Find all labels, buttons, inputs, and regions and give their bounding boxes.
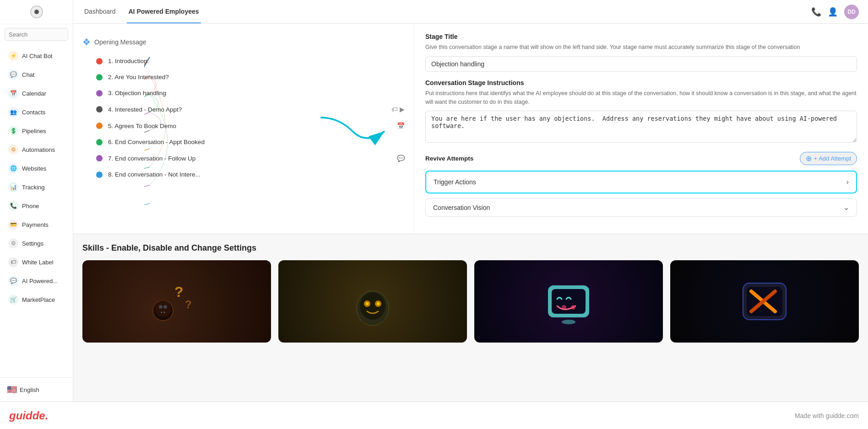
skill-illustration-1: ? ?: [145, 265, 209, 338]
skills-title: Skills - Enable, Disable and Change Sett…: [82, 243, 859, 253]
skill-illustration-3: [539, 265, 598, 338]
record-button[interactable]: [30, 5, 43, 18]
sidebar-item-ai-powered[interactable]: 💬 AI Powered...: [3, 272, 70, 290]
skill-card-3-content: [474, 260, 663, 343]
node-dot-7: [96, 155, 103, 161]
tab-dashboard[interactable]: Dashboard: [82, 0, 118, 23]
automations-icon: ⚙: [8, 145, 18, 155]
node-icons-7: 💬: [397, 155, 405, 162]
avatar: DD: [844, 5, 859, 19]
skills-section: Skills - Enable, Disable and Change Sett…: [73, 234, 868, 402]
flow-node-1[interactable]: 1. Introduction.: [96, 53, 405, 69]
flow-node-5[interactable]: 5. Agrees To Book Demo 📅: [96, 118, 405, 134]
sidebar-item-ai-chat-bot[interactable]: ⚡ AI Chat Bot: [3, 47, 70, 65]
conversation-vision-chevron-icon: ⌄: [843, 203, 849, 212]
sidebar-item-tracking[interactable]: 📊 Tracking: [3, 178, 70, 196]
skills-grid: ? ?: [82, 260, 859, 343]
skill-card-2[interactable]: [278, 260, 467, 343]
add-attempt-label: + Add Attempt: [814, 155, 851, 162]
svg-point-19: [562, 320, 575, 324]
svg-point-10: [360, 292, 385, 320]
flow-node-3[interactable]: 3. Objection handling: [96, 85, 405, 101]
svg-point-17: [562, 305, 566, 310]
sidebar-item-label: Phone: [22, 203, 39, 209]
tab-ai-powered-employees[interactable]: AI Powered Employees: [127, 0, 201, 23]
flow-node-8[interactable]: 8. End conversation - Not Intere...: [96, 166, 405, 182]
flow-node-6[interactable]: 6. End Conversation - Appt Booked: [96, 134, 405, 150]
sidebar-item-label: AI Powered...: [22, 278, 58, 284]
node-dot-1: [96, 58, 103, 64]
payments-icon: 💳: [8, 220, 18, 230]
sidebar-item-pipelines[interactable]: 💲 Pipelines: [3, 122, 70, 140]
sidebar-item-phone[interactable]: 📞 Phone: [3, 197, 70, 215]
add-attempt-button[interactable]: ⊕ + Add Attempt: [800, 152, 857, 165]
svg-point-14: [377, 302, 380, 305]
sidebar-item-marketplace[interactable]: 🛒 MarketPlace: [3, 290, 70, 309]
content-area: ❖ Opening Message: [73, 24, 868, 402]
revive-attempts-label: Revive Attempts: [425, 155, 473, 162]
node-dot-8: [96, 172, 103, 178]
svg-point-5: [161, 312, 163, 313]
trigger-actions-box[interactable]: Trigger Actions ›: [425, 171, 857, 193]
flow-panel: ❖ Opening Message: [73, 24, 414, 234]
trigger-chevron-icon: ›: [846, 178, 849, 186]
sidebar-item-automations[interactable]: ⚙ Automations: [3, 140, 70, 159]
stage-instructions-textarea[interactable]: You are here if the user has any objecti…: [425, 111, 857, 143]
svg-text:?: ?: [174, 284, 184, 300]
svg-point-6: [164, 312, 165, 313]
stage-instructions-desc: Put instructions here that identifys wha…: [425, 89, 857, 107]
skill-card-3[interactable]: [474, 260, 663, 343]
trigger-actions-label: Trigger Actions: [434, 178, 476, 186]
flow-node-7[interactable]: 7. End conversation - Follow Up 💬: [96, 150, 405, 166]
tracking-icon: 📊: [8, 182, 18, 192]
sidebar-top: [0, 0, 73, 24]
skill-illustration-4: [735, 265, 794, 338]
plus-icon: ⊕: [806, 154, 812, 163]
pipelines-icon: 💲: [8, 126, 18, 136]
sidebar-item-label: Settings: [22, 240, 43, 247]
stage-title-input[interactable]: [425, 56, 857, 72]
sidebar-item-label: Calendar: [22, 90, 46, 97]
flow-node-4[interactable]: 4. Interested - Demo Appt? 🏷 ▶: [96, 101, 405, 118]
conversation-vision-row[interactable]: Conversation Vision ⌄: [425, 198, 857, 217]
skill-card-1[interactable]: ? ?: [82, 260, 271, 343]
footer-logo: guidde.: [9, 409, 48, 422]
sidebar-item-contacts[interactable]: 👥 Contacts: [3, 103, 70, 121]
skill-illustration-2: [345, 267, 400, 336]
language-selector[interactable]: 🇺🇸 English: [5, 382, 68, 397]
sidebar-item-label: Websites: [22, 165, 46, 172]
sidebar-item-calendar[interactable]: 📅 Calendar: [3, 84, 70, 102]
stage-instructions-label: Conversation Stage Instructions: [425, 79, 857, 86]
sidebar-item-chat[interactable]: 💬 Chat: [3, 65, 70, 84]
search-bar[interactable]: 🔍: [5, 28, 68, 41]
tag-icon: 🏷: [391, 106, 398, 113]
stage-title-label: Stage Title: [425, 33, 857, 40]
node-dot-5: [96, 123, 103, 129]
sidebar-item-websites[interactable]: 🌐 Websites: [3, 159, 70, 177]
node-label-4: 4. Interested - Demo Appt?: [108, 106, 182, 113]
language-label: English: [20, 386, 39, 393]
node-label-7: 7. End conversation - Follow Up: [108, 155, 195, 162]
settings-icon: ⚙: [8, 238, 18, 248]
sidebar-item-payments[interactable]: 💳 Payments: [3, 215, 70, 234]
calendar-icon: 📅: [8, 88, 18, 98]
footer: guidde. Made with guidde.com: [0, 402, 868, 429]
flow-node-2[interactable]: 2. Are You Interested?: [96, 69, 405, 85]
svg-rect-16: [552, 289, 586, 314]
sidebar-item-settings[interactable]: ⚙ Settings: [3, 234, 70, 252]
sidebar-nav: ⚡ AI Chat Bot 💬 Chat 📅 Calendar 👥 Contac…: [0, 44, 73, 377]
sidebar-item-label: Chat: [22, 71, 34, 78]
phone-header-icon[interactable]: 📞: [811, 7, 821, 17]
websites-icon: 🌐: [8, 163, 18, 173]
top-section: ❖ Opening Message: [73, 24, 868, 234]
opening-message-label: Opening Message: [94, 38, 146, 46]
skill-card-4-content: [670, 260, 859, 343]
skill-card-4[interactable]: [670, 260, 859, 343]
user-header-icon[interactable]: 👤: [828, 7, 838, 17]
sidebar-item-white-label[interactable]: 🏷 White Label: [3, 253, 70, 271]
skill-card-2-content: [278, 260, 467, 343]
contacts-icon: 👥: [8, 107, 18, 117]
revive-attempts-row: Revive Attempts ⊕ + Add Attempt: [425, 152, 857, 165]
sidebar-item-label: Tracking: [22, 184, 44, 191]
skill-card-1-content: ? ?: [82, 260, 271, 343]
